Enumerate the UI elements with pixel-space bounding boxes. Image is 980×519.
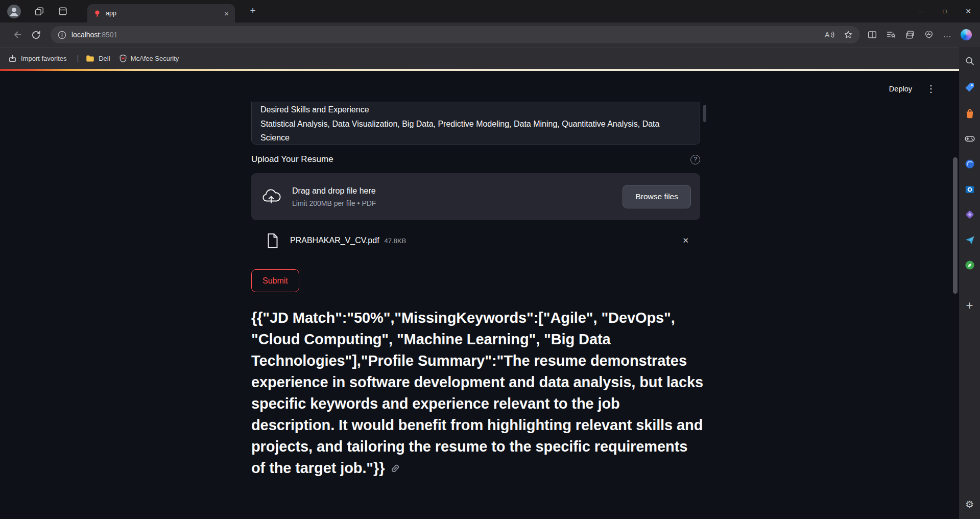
upload-label-row: Upload Your Resume ? bbox=[251, 154, 700, 164]
site-info-icon[interactable] bbox=[57, 30, 67, 40]
settings-more-icon[interactable]: … bbox=[943, 30, 952, 40]
sidebar-outlook-icon[interactable] bbox=[964, 184, 975, 195]
maximize-button[interactable]: □ bbox=[933, 0, 957, 22]
file-limit-text: Limit 200MB per file • PDF bbox=[292, 199, 376, 207]
file-icon bbox=[267, 233, 279, 249]
file-uploader-dropzone[interactable]: Drag and drop file here Limit 200MB per … bbox=[251, 173, 700, 220]
anchor-link-icon[interactable] bbox=[390, 463, 401, 474]
app-menu-icon[interactable]: ⋮ bbox=[926, 83, 936, 95]
browser-window: app × + — □ ✕ localhost :8501 A bbox=[0, 0, 980, 519]
sidebar-office-icon[interactable] bbox=[964, 209, 975, 220]
remove-file-icon[interactable]: ✕ bbox=[682, 236, 689, 245]
help-icon[interactable]: ? bbox=[690, 155, 700, 164]
result-text: {{"JD Match":"50%","MissingKeywords":["A… bbox=[251, 310, 703, 476]
browser-tab[interactable]: app × bbox=[87, 4, 235, 22]
favorite-folder-label: Dell bbox=[99, 55, 110, 62]
favorite-mcafee[interactable]: McAfee Security bbox=[119, 54, 179, 62]
back-icon[interactable] bbox=[11, 29, 22, 40]
svg-text:A: A bbox=[825, 31, 830, 39]
workspaces-icon[interactable] bbox=[34, 6, 44, 16]
uploaded-file-row: PRABHAKAR_V_CV.pdf 47.8KB ✕ bbox=[251, 230, 700, 251]
job-description-textarea[interactable]: Desired Skills and Experience Statistica… bbox=[251, 102, 700, 145]
textarea-scrollbar-thumb[interactable] bbox=[703, 105, 706, 122]
streamlit-header: Deploy ⋮ bbox=[889, 83, 936, 95]
import-favorites-label: Import favorites bbox=[21, 55, 67, 62]
sidebar-games-icon[interactable] bbox=[964, 133, 975, 144]
browser-toolbar: localhost :8501 A … bbox=[0, 22, 980, 47]
collections-icon[interactable] bbox=[905, 30, 915, 40]
sidebar-add-icon[interactable]: + bbox=[959, 298, 980, 313]
import-favorites-button[interactable]: Import favorites bbox=[8, 54, 67, 63]
result-heading: {{"JD Match":"50%","MissingKeywords":["A… bbox=[251, 307, 705, 479]
person-icon bbox=[7, 5, 21, 18]
window-controls: — □ ✕ bbox=[910, 0, 980, 22]
favorite-folder-dell[interactable]: Dell bbox=[86, 55, 110, 62]
new-tab-button[interactable]: + bbox=[246, 5, 259, 16]
folder-icon bbox=[86, 55, 94, 62]
browse-files-button[interactable]: Browse files bbox=[623, 185, 691, 208]
browser-essentials-icon[interactable] bbox=[924, 30, 934, 40]
sidebar-shopping-icon[interactable] bbox=[964, 82, 975, 93]
tab-close-icon[interactable]: × bbox=[224, 9, 229, 18]
tab-title: app bbox=[106, 10, 116, 17]
favorites-bar-icon[interactable] bbox=[886, 30, 896, 40]
cloud-upload-icon bbox=[260, 188, 282, 205]
dropzone-text: Drag and drop file here Limit 200MB per … bbox=[292, 186, 376, 207]
uploaded-file-name: PRABHAKAR_V_CV.pdf bbox=[290, 236, 379, 245]
drag-drop-text: Drag and drop file here bbox=[292, 186, 376, 196]
submit-button[interactable]: Submit bbox=[251, 269, 299, 292]
favorites-bar: Import favorites | Dell McAfee Security bbox=[0, 47, 980, 69]
page-scrollbar-thumb[interactable] bbox=[953, 157, 958, 294]
browser-titlebar: app × + — □ ✕ bbox=[0, 0, 980, 22]
uploaded-file-size: 47.8KB bbox=[385, 237, 407, 245]
sidebar-drop-icon[interactable] bbox=[964, 234, 975, 246]
app-favicon bbox=[93, 10, 101, 17]
upload-resume-label: Upload Your Resume bbox=[251, 154, 333, 164]
sidebar-settings-gear-icon[interactable]: ⚙ bbox=[959, 499, 980, 510]
toolbar-actions: … bbox=[867, 29, 972, 40]
minimize-button[interactable]: — bbox=[910, 0, 933, 22]
copilot-icon[interactable] bbox=[961, 29, 972, 40]
streamlit-app: Deploy ⋮ Desired Skills and Experience S… bbox=[0, 71, 959, 519]
deploy-button[interactable]: Deploy bbox=[889, 85, 912, 93]
split-screen-icon[interactable] bbox=[867, 30, 877, 40]
address-bar[interactable]: localhost :8501 A bbox=[51, 26, 860, 43]
url-host: localhost bbox=[71, 31, 100, 39]
sidebar-wallet-icon[interactable] bbox=[964, 260, 975, 271]
url-port: :8501 bbox=[100, 31, 117, 39]
refresh-icon[interactable] bbox=[31, 30, 41, 40]
read-aloud-icon[interactable]: A bbox=[824, 30, 835, 40]
shield-icon bbox=[119, 54, 127, 62]
sidebar-search-icon[interactable] bbox=[964, 56, 975, 66]
profile-avatar[interactable] bbox=[7, 5, 21, 18]
import-icon bbox=[8, 54, 17, 63]
sidebar-m365-copilot-icon[interactable] bbox=[964, 158, 975, 170]
favorites-divider: | bbox=[77, 54, 79, 62]
sidebar-shopping-bag-icon[interactable] bbox=[964, 108, 975, 119]
favorite-star-icon[interactable] bbox=[843, 30, 853, 40]
close-button[interactable]: ✕ bbox=[957, 0, 980, 22]
edge-sidebar: + ⚙ bbox=[959, 47, 980, 519]
tab-actions-icon[interactable] bbox=[58, 6, 68, 16]
favorite-mcafee-label: McAfee Security bbox=[131, 55, 179, 62]
